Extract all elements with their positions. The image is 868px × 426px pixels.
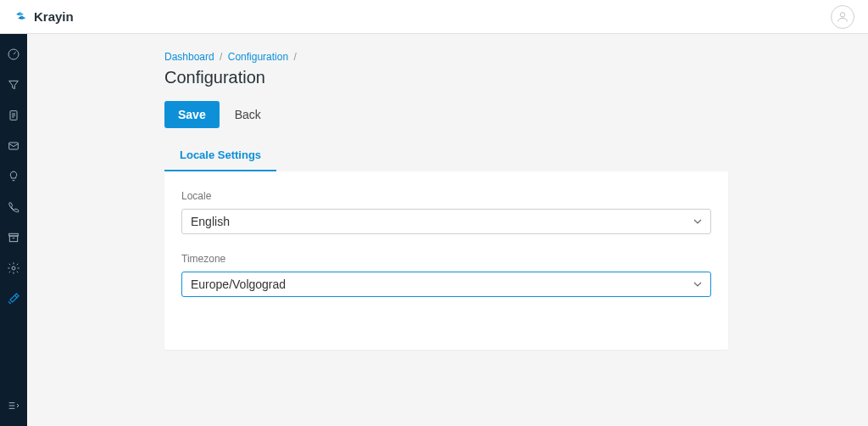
brand-name: Krayin <box>34 9 74 24</box>
action-bar: Save Back <box>164 101 728 128</box>
sidebar <box>0 34 27 426</box>
sidebar-item-settings[interactable] <box>0 256 27 280</box>
phone-icon <box>7 200 20 214</box>
tools-icon <box>7 292 20 305</box>
locale-label: Locale <box>181 190 711 202</box>
mail-icon <box>7 139 20 153</box>
svg-rect-5 <box>9 236 17 242</box>
sidebar-item-leads[interactable] <box>0 73 27 97</box>
logo-icon <box>14 9 29 25</box>
sidebar-item-configuration[interactable] <box>0 287 27 311</box>
user-avatar[interactable] <box>831 5 854 29</box>
gear-icon <box>7 261 20 275</box>
tab-bar: Locale Settings <box>164 140 728 171</box>
sidebar-collapse[interactable] <box>0 394 27 418</box>
archive-icon <box>7 231 20 244</box>
gauge-icon <box>7 48 20 61</box>
top-header: Krayin <box>0 0 868 34</box>
sidebar-item-quotes[interactable] <box>0 104 27 127</box>
funnel-icon <box>7 78 20 92</box>
breadcrumb: Dashboard / Configuration / <box>164 51 728 63</box>
locale-select[interactable]: English <box>181 209 711 234</box>
breadcrumb-link-configuration[interactable]: Configuration <box>228 51 288 63</box>
sidebar-item-activities[interactable] <box>0 165 27 188</box>
svg-rect-3 <box>9 143 19 149</box>
main-content: Dashboard / Configuration / Configuratio… <box>27 34 868 426</box>
svg-point-0 <box>840 12 844 16</box>
user-icon <box>836 10 849 24</box>
sidebar-item-products[interactable] <box>0 226 27 249</box>
sidebar-item-dashboard[interactable] <box>0 42 27 66</box>
document-icon <box>7 109 20 122</box>
content-container: Dashboard / Configuration / Configuratio… <box>164 51 728 350</box>
back-button[interactable]: Back <box>235 108 261 121</box>
field-timezone: Timezone Europe/Volgograd <box>181 253 711 297</box>
sidebar-item-contacts[interactable] <box>0 195 27 219</box>
brand-logo[interactable]: Krayin <box>14 9 74 25</box>
save-button[interactable]: Save <box>164 101 220 128</box>
page-title: Configuration <box>164 68 728 87</box>
field-locale: Locale English <box>181 190 711 234</box>
bulb-icon <box>7 170 20 183</box>
svg-point-6 <box>12 266 15 270</box>
app-layout: Dashboard / Configuration / Configuratio… <box>0 34 868 426</box>
timezone-select[interactable]: Europe/Volgograd <box>181 272 711 297</box>
breadcrumb-sep: / <box>293 51 296 63</box>
settings-panel: Locale English Timezone Europe/Volgograd <box>164 171 728 350</box>
breadcrumb-sep: / <box>220 51 222 63</box>
breadcrumb-link-dashboard[interactable]: Dashboard <box>164 51 214 63</box>
timezone-label: Timezone <box>181 253 711 265</box>
sidebar-item-mail[interactable] <box>0 134 27 158</box>
collapse-icon <box>7 399 20 412</box>
tab-locale-settings[interactable]: Locale Settings <box>164 140 276 171</box>
